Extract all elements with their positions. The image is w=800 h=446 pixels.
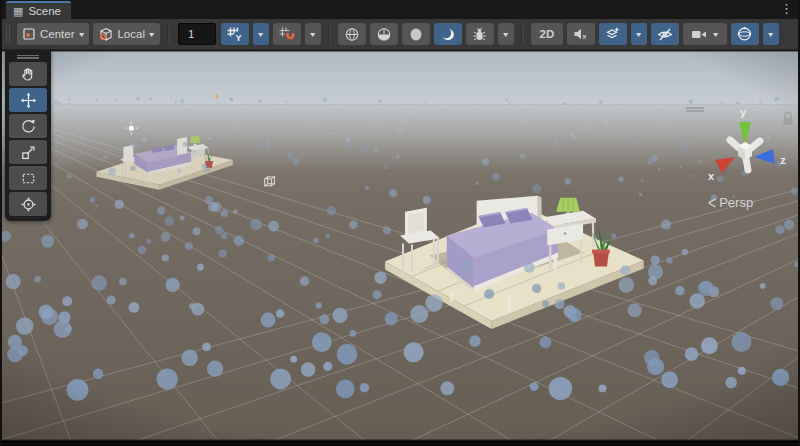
gizmo-axis-z[interactable] (754, 149, 775, 164)
tool-handle-rotation-dropdown[interactable]: Local ▼ (93, 23, 159, 45)
move-tool-button[interactable] (9, 88, 47, 112)
scale-icon (20, 144, 37, 161)
night-mode-button[interactable] (434, 23, 462, 45)
grid-dropdown-arrow[interactable]: ▼ (253, 23, 269, 45)
overflow-menu-icon[interactable]: ⋮ (780, 1, 793, 16)
rect-tool-button[interactable] (9, 166, 47, 190)
transform-tool-button[interactable] (9, 192, 47, 216)
handle-position-label: Center (40, 28, 75, 40)
grid-size-field[interactable] (178, 23, 216, 45)
wireframe-globe-icon (344, 27, 360, 42)
shading-mode-button[interactable] (338, 23, 366, 45)
rotate-tool-button[interactable] (9, 114, 47, 138)
unity-scene-window: ▦ Scene ⋮ Center ▼ Local ▼ (0, 0, 800, 446)
chevron-down-icon: ▼ (767, 31, 776, 38)
chevron-down-icon: ▼ (502, 31, 511, 38)
eye-slash-icon (656, 27, 674, 42)
pivot-center-icon (22, 27, 37, 41)
tool-palette (5, 50, 51, 221)
gizmo-axis-y[interactable] (739, 122, 751, 145)
scene-lighting-button[interactable] (370, 23, 398, 45)
effects-dropdown-arrow[interactable]: ▼ (631, 23, 647, 45)
persp-label: Persp (719, 195, 753, 210)
snap-dropdown-arrow[interactable]: ▼ (305, 23, 321, 45)
hidden-objects-button[interactable] (651, 23, 679, 45)
debug-dropdown-arrow[interactable]: ▼ (498, 23, 514, 45)
chevron-down-icon: ▼ (77, 31, 86, 38)
chevron-down-icon: ▼ (711, 31, 720, 38)
chevron-down-icon: ▼ (309, 31, 318, 38)
snap-increment-button[interactable] (273, 23, 301, 45)
grid-axis-icon: Y (226, 26, 244, 42)
grid-tab-icon: ▦ (13, 6, 23, 17)
rect-icon (20, 170, 37, 187)
scene-viewport[interactable]: y x z < Persp (2, 50, 798, 441)
persp-arrow-icon: < (708, 192, 716, 213)
svg-text:Y: Y (235, 33, 241, 42)
half-shaded-globe-icon (376, 27, 392, 42)
move-icon (20, 92, 37, 109)
tool-handle-position-dropdown[interactable]: Center ▼ (17, 23, 89, 45)
scene-canvas[interactable] (2, 50, 798, 441)
crescent-moon-icon (440, 27, 456, 42)
bug-icon (471, 27, 488, 42)
hand-icon (20, 66, 37, 83)
tab-scene[interactable]: ▦ Scene (6, 1, 71, 19)
chevron-down-icon: ▼ (635, 31, 644, 38)
toolbar-separator (167, 25, 168, 43)
effects-toggle-button[interactable] (599, 23, 627, 45)
toolbar-grip[interactable] (6, 25, 12, 43)
palette-grip[interactable] (17, 53, 39, 60)
tab-bar: ▦ Scene ⋮ (2, 0, 798, 19)
snap-magnet-icon (278, 26, 296, 42)
chevron-down-icon: ▼ (257, 31, 266, 38)
axis-label-y: y (740, 106, 747, 118)
gizmos-toggle-button[interactable] (731, 23, 759, 45)
effects-layers-icon (604, 26, 621, 42)
camera-settings-dropdown[interactable]: ▼ (683, 23, 727, 45)
projection-toggle[interactable]: < Persp (708, 194, 753, 210)
vignette (2, 51, 798, 439)
axis-label-x: x (708, 170, 715, 182)
toolbar-separator (328, 25, 329, 43)
hand-tool-button[interactable] (9, 62, 47, 86)
toolbar-separator (521, 25, 522, 43)
grid-visibility-button[interactable]: Y (221, 23, 249, 45)
skybox-button[interactable] (402, 23, 430, 45)
gizmos-dropdown-arrow[interactable]: ▼ (763, 23, 779, 45)
camera-icon (691, 28, 708, 41)
2d-toggle-button[interactable]: 2D (531, 23, 563, 45)
gizmo-sphere-icon (736, 26, 753, 42)
audio-toggle-button[interactable] (567, 23, 595, 45)
orientation-gizmo[interactable]: y x z (702, 102, 798, 184)
chevron-down-icon: ▼ (147, 31, 156, 38)
rotate-icon (20, 118, 37, 135)
transform-icon (20, 196, 37, 213)
speaker-muted-icon (572, 27, 589, 41)
debug-bug-button[interactable] (466, 23, 494, 45)
axis-label-z: z (780, 154, 786, 166)
window-bottom-edge (2, 441, 798, 446)
tab-label: Scene (28, 5, 61, 17)
gizmo-axis-x[interactable] (715, 157, 735, 173)
local-cube-icon (98, 27, 114, 42)
lock-icon[interactable] (784, 113, 793, 126)
solid-sphere-icon (408, 27, 424, 42)
scene-toolbar: Center ▼ Local ▼ Y ▼ (2, 19, 798, 50)
handle-rotation-label: Local (117, 28, 145, 40)
2d-label: 2D (540, 28, 555, 40)
scale-tool-button[interactable] (9, 140, 47, 164)
